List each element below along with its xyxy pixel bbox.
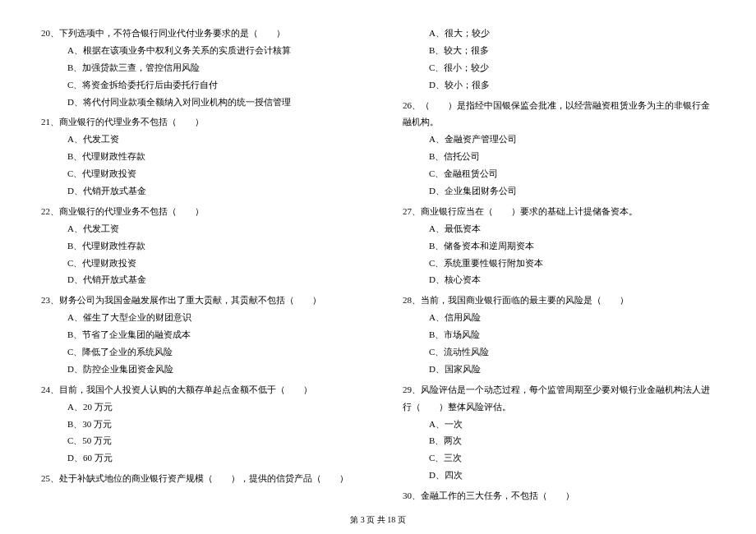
option: C、三次 [429,449,715,467]
question-stem: 30、金融工作的三大任务，不包括（ ） [403,487,715,504]
question-22: 22、商业银行的代理业务不包括（ ） A、代发工资 B、代理财政性存款 C、代理… [41,203,353,288]
option: B、市场风险 [429,326,715,343]
question-23: 23、财务公司为我国金融发展作出了重大贡献，其贡献不包括（ ） A、催生了大型企… [41,292,353,377]
option: C、系统重要性银行附加资本 [429,255,715,272]
question-stem: 28、当前，我国商业银行面临的最主要的风险是（ ） [403,292,715,309]
option: B、节省了企业集团的融资成本 [67,326,353,343]
option: B、加强贷款三查，管控信用风险 [67,59,353,76]
option: A、很大；较少 [429,25,715,42]
question-stem: 22、商业银行的代理业务不包括（ ） [41,203,353,220]
option: D、企业集团财务公司 [429,182,715,200]
question-stem: 20、下列选项中，不符合银行同业代付业务要求的是（ ） [41,25,353,42]
option: D、60 万元 [67,449,353,467]
option: C、50 万元 [67,432,353,449]
option: A、催生了大型企业的财团意识 [67,309,353,326]
question-options: A、代发工资 B、代理财政性存款 C、代理财政投资 D、代销开放式基金 [41,220,353,289]
question-29: 29、风险评估是一个动态过程，每个监管周期至少要对银行业金融机构法人进行（ ）整… [403,381,715,484]
option: C、降低了企业的系统风险 [67,343,353,361]
page-footer: 第 3 页 共 18 页 [0,514,756,526]
question-stem: 25、处于补缺式地位的商业银行资产规模（ ），提供的信贷产品（ ） [41,470,353,487]
question-stem: 27、商业银行应当在（ ）要求的基础上计提储备资本。 [403,203,715,220]
option: C、代理财政投资 [67,165,353,182]
option: D、国家风险 [429,361,715,378]
option: A、最低资本 [429,220,715,237]
option: D、防控企业集团资金风险 [67,361,353,378]
question-30: 30、金融工作的三大任务，不包括（ ） [403,487,715,504]
question-26: 26、（ ）是指经中国银保监会批准，以经营融资租赁业务为主的非银行金融机构。 A… [403,97,715,200]
question-21: 21、商业银行的代理业务不包括（ ） A、代发工资 B、代理财政性存款 C、代理… [41,113,353,199]
question-25-opts: A、很大；较少 B、较大；很多 C、很小；较少 D、较小；很多 [403,25,715,94]
option: D、四次 [429,467,715,484]
question-stem: 21、商业银行的代理业务不包括（ ） [41,113,353,131]
question-options: A、很大；较少 B、较大；很多 C、很小；较少 D、较小；很多 [403,25,715,94]
question-20: 20、下列选项中，不符合银行同业代付业务要求的是（ ） A、根据在该项业务中权利… [41,25,353,110]
option: B、代理财政性存款 [67,148,353,165]
option: B、30 万元 [67,416,353,433]
question-stem: 24、目前，我国个人投资人认购的大额存单起点金额不低于（ ） [41,381,353,398]
option: A、代发工资 [67,131,353,148]
right-column: A、很大；较少 B、较大；很多 C、很小；较少 D、较小；很多 26、（ ）是指… [403,25,715,508]
option: A、信用风险 [429,309,715,326]
option: D、代销开放式基金 [67,182,353,200]
option: A、一次 [429,416,715,433]
option: A、20 万元 [67,398,353,416]
question-options: A、金融资产管理公司 B、信托公司 C、金融租赁公司 D、企业集团财务公司 [403,131,715,200]
option: A、代发工资 [67,220,353,237]
option: C、代理财政投资 [67,255,353,272]
question-options: A、根据在该项业务中权利义务关系的实质进行会计核算 B、加强贷款三查，管控信用风… [41,42,353,111]
question-options: A、20 万元 B、30 万元 C、50 万元 D、60 万元 [41,398,353,467]
option: B、较大；很多 [429,42,715,59]
question-stem: 26、（ ）是指经中国银保监会批准，以经营融资租赁业务为主的非银行金融机构。 [403,97,715,131]
question-options: A、代发工资 B、代理财政性存款 C、代理财政投资 D、代销开放式基金 [41,131,353,200]
question-27: 27、商业银行应当在（ ）要求的基础上计提储备资本。 A、最低资本 B、储备资本… [403,203,715,288]
question-options: A、信用风险 B、市场风险 C、流动性风险 D、国家风险 [403,309,715,378]
question-24: 24、目前，我国个人投资人认购的大额存单起点金额不低于（ ） A、20 万元 B… [41,381,353,467]
option: C、将资金拆给委托行后由委托行自付 [67,76,353,94]
question-options: A、催生了大型企业的财团意识 B、节省了企业集团的融资成本 C、降低了企业的系统… [41,309,353,378]
option: A、根据在该项业务中权利义务关系的实质进行会计核算 [67,42,353,59]
option: B、两次 [429,432,715,449]
option: B、储备资本和逆周期资本 [429,237,715,255]
page-content: 20、下列选项中，不符合银行同业代付业务要求的是（ ） A、根据在该项业务中权利… [0,0,756,508]
option: D、较小；很多 [429,76,715,94]
option: B、代理财政性存款 [67,237,353,255]
option: A、金融资产管理公司 [429,131,715,148]
option: C、流动性风险 [429,343,715,361]
option: D、将代付同业款项全额纳入对同业机构的统一授信管理 [67,94,353,111]
option: C、很小；较少 [429,59,715,76]
question-25: 25、处于补缺式地位的商业银行资产规模（ ），提供的信贷产品（ ） [41,470,353,487]
question-stem: 29、风险评估是一个动态过程，每个监管周期至少要对银行业金融机构法人进行（ ）整… [403,381,715,416]
option: B、信托公司 [429,148,715,165]
question-options: A、一次 B、两次 C、三次 D、四次 [403,416,715,485]
question-stem: 23、财务公司为我国金融发展作出了重大贡献，其贡献不包括（ ） [41,292,353,309]
option: D、核心资本 [429,271,715,288]
question-28: 28、当前，我国商业银行面临的最主要的风险是（ ） A、信用风险 B、市场风险 … [403,292,715,377]
question-options: A、最低资本 B、储备资本和逆周期资本 C、系统重要性银行附加资本 D、核心资本 [403,220,715,289]
left-column: 20、下列选项中，不符合银行同业代付业务要求的是（ ） A、根据在该项业务中权利… [41,25,353,508]
option: C、金融租赁公司 [429,165,715,182]
option: D、代销开放式基金 [67,271,353,288]
